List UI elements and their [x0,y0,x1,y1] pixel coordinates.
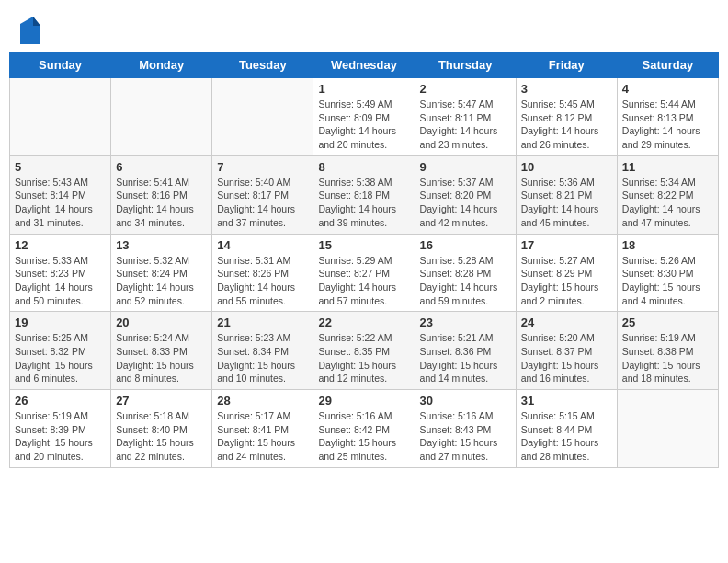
calendar-cell [10,78,111,156]
day-number: 26 [15,394,106,408]
day-number: 5 [15,160,106,174]
day-number: 1 [318,82,409,96]
calendar-cell [212,78,313,156]
calendar-cell: 28Sunrise: 5:17 AM Sunset: 8:41 PM Dayli… [212,390,313,468]
weekday-header-friday: Friday [516,52,617,78]
calendar-cell: 10Sunrise: 5:36 AM Sunset: 8:21 PM Dayli… [516,155,617,234]
calendar-cell [111,78,212,156]
day-info: Sunrise: 5:22 AM Sunset: 8:35 PM Dayligh… [318,331,409,385]
day-number: 19 [15,316,106,329]
day-number: 11 [622,160,713,174]
weekday-header-row: SundayMondayTuesdayWednesdayThursdayFrid… [10,52,719,78]
day-info: Sunrise: 5:17 AM Sunset: 8:41 PM Dayligh… [217,409,308,464]
day-info: Sunrise: 5:23 AM Sunset: 8:34 PM Dayligh… [217,331,308,385]
day-info: Sunrise: 5:33 AM Sunset: 8:23 PM Dayligh… [15,254,106,308]
calendar-cell: 6Sunrise: 5:41 AM Sunset: 8:16 PM Daylig… [111,155,212,234]
weekday-header-thursday: Thursday [415,52,516,78]
calendar-cell: 19Sunrise: 5:25 AM Sunset: 8:32 PM Dayli… [10,312,111,390]
day-number: 17 [521,238,612,252]
calendar-week-row: 1Sunrise: 5:49 AM Sunset: 8:09 PM Daylig… [10,78,719,156]
day-number: 24 [521,316,612,329]
day-info: Sunrise: 5:21 AM Sunset: 8:36 PM Dayligh… [420,331,511,385]
calendar-cell: 12Sunrise: 5:33 AM Sunset: 8:23 PM Dayli… [10,234,111,312]
calendar-cell: 3Sunrise: 5:45 AM Sunset: 8:12 PM Daylig… [516,78,617,156]
day-info: Sunrise: 5:36 AM Sunset: 8:21 PM Dayligh… [521,176,612,230]
calendar-cell: 4Sunrise: 5:44 AM Sunset: 8:13 PM Daylig… [617,78,718,156]
calendar-cell: 15Sunrise: 5:29 AM Sunset: 8:27 PM Dayli… [313,234,415,312]
day-number: 29 [318,394,409,408]
day-number: 10 [521,160,612,174]
calendar-cell: 27Sunrise: 5:18 AM Sunset: 8:40 PM Dayli… [111,390,212,468]
day-info: Sunrise: 5:16 AM Sunset: 8:42 PM Dayligh… [318,409,409,464]
day-info: Sunrise: 5:24 AM Sunset: 8:33 PM Dayligh… [116,331,207,385]
day-number: 15 [318,238,409,252]
day-number: 3 [521,82,612,96]
day-info: Sunrise: 5:43 AM Sunset: 8:14 PM Dayligh… [15,176,106,230]
day-number: 23 [420,316,511,329]
day-number: 28 [217,394,308,408]
calendar-cell: 1Sunrise: 5:49 AM Sunset: 8:09 PM Daylig… [313,78,415,156]
calendar-cell [617,390,718,468]
day-info: Sunrise: 5:40 AM Sunset: 8:17 PM Dayligh… [217,176,308,230]
day-info: Sunrise: 5:26 AM Sunset: 8:30 PM Dayligh… [622,254,713,308]
day-number: 27 [116,394,207,408]
day-info: Sunrise: 5:18 AM Sunset: 8:40 PM Dayligh… [116,409,207,464]
day-info: Sunrise: 5:37 AM Sunset: 8:20 PM Dayligh… [420,176,511,230]
calendar-cell: 8Sunrise: 5:38 AM Sunset: 8:18 PM Daylig… [313,155,415,234]
calendar-cell: 9Sunrise: 5:37 AM Sunset: 8:20 PM Daylig… [415,155,516,234]
day-number: 25 [622,316,713,329]
day-number: 12 [15,238,106,252]
day-number: 9 [420,160,511,174]
calendar-week-row: 5Sunrise: 5:43 AM Sunset: 8:14 PM Daylig… [10,155,719,234]
day-info: Sunrise: 5:34 AM Sunset: 8:22 PM Dayligh… [622,176,713,230]
day-number: 22 [318,316,409,329]
day-info: Sunrise: 5:47 AM Sunset: 8:11 PM Dayligh… [420,98,511,152]
svg-marker-1 [33,17,40,26]
day-info: Sunrise: 5:20 AM Sunset: 8:37 PM Dayligh… [521,331,612,385]
logo-icon [20,17,40,44]
day-number: 14 [217,238,308,252]
day-number: 20 [116,316,207,329]
calendar-cell: 14Sunrise: 5:31 AM Sunset: 8:26 PM Dayli… [212,234,313,312]
day-number: 18 [622,238,713,252]
weekday-header-tuesday: Tuesday [212,52,313,78]
day-number: 4 [622,82,713,96]
calendar-cell: 26Sunrise: 5:19 AM Sunset: 8:39 PM Dayli… [10,390,111,468]
weekday-header-monday: Monday [111,52,212,78]
calendar-cell: 20Sunrise: 5:24 AM Sunset: 8:33 PM Dayli… [111,312,212,390]
day-number: 7 [217,160,308,174]
calendar-cell: 25Sunrise: 5:19 AM Sunset: 8:38 PM Dayli… [617,312,718,390]
calendar-cell: 7Sunrise: 5:40 AM Sunset: 8:17 PM Daylig… [212,155,313,234]
day-number: 2 [420,82,511,96]
day-info: Sunrise: 5:15 AM Sunset: 8:44 PM Dayligh… [521,409,612,464]
calendar-cell: 17Sunrise: 5:27 AM Sunset: 8:29 PM Dayli… [516,234,617,312]
day-info: Sunrise: 5:49 AM Sunset: 8:09 PM Dayligh… [318,98,409,152]
calendar-cell: 21Sunrise: 5:23 AM Sunset: 8:34 PM Dayli… [212,312,313,390]
calendar-cell: 16Sunrise: 5:28 AM Sunset: 8:28 PM Dayli… [415,234,516,312]
calendar-cell: 29Sunrise: 5:16 AM Sunset: 8:42 PM Dayli… [313,390,415,468]
calendar-cell: 13Sunrise: 5:32 AM Sunset: 8:24 PM Dayli… [111,234,212,312]
calendar-cell: 18Sunrise: 5:26 AM Sunset: 8:30 PM Dayli… [617,234,718,312]
calendar-cell: 23Sunrise: 5:21 AM Sunset: 8:36 PM Dayli… [415,312,516,390]
day-info: Sunrise: 5:32 AM Sunset: 8:24 PM Dayligh… [116,254,207,308]
day-info: Sunrise: 5:41 AM Sunset: 8:16 PM Dayligh… [116,176,207,230]
page-header [9,9,719,48]
svg-marker-0 [20,17,40,44]
calendar-cell: 11Sunrise: 5:34 AM Sunset: 8:22 PM Dayli… [617,155,718,234]
day-info: Sunrise: 5:28 AM Sunset: 8:28 PM Dayligh… [420,254,511,308]
day-info: Sunrise: 5:16 AM Sunset: 8:43 PM Dayligh… [420,409,511,464]
day-info: Sunrise: 5:25 AM Sunset: 8:32 PM Dayligh… [15,331,106,385]
day-info: Sunrise: 5:38 AM Sunset: 8:18 PM Dayligh… [318,176,409,230]
calendar-week-row: 12Sunrise: 5:33 AM Sunset: 8:23 PM Dayli… [10,234,719,312]
day-number: 21 [217,316,308,329]
day-number: 6 [116,160,207,174]
day-info: Sunrise: 5:27 AM Sunset: 8:29 PM Dayligh… [521,254,612,308]
day-info: Sunrise: 5:44 AM Sunset: 8:13 PM Dayligh… [622,98,713,152]
day-info: Sunrise: 5:29 AM Sunset: 8:27 PM Dayligh… [318,254,409,308]
calendar-cell: 30Sunrise: 5:16 AM Sunset: 8:43 PM Dayli… [415,390,516,468]
calendar-table: SundayMondayTuesdayWednesdayThursdayFrid… [9,52,719,468]
day-info: Sunrise: 5:31 AM Sunset: 8:26 PM Dayligh… [217,254,308,308]
weekday-header-wednesday: Wednesday [313,52,415,78]
weekday-header-saturday: Saturday [617,52,718,78]
day-info: Sunrise: 5:19 AM Sunset: 8:38 PM Dayligh… [622,331,713,385]
